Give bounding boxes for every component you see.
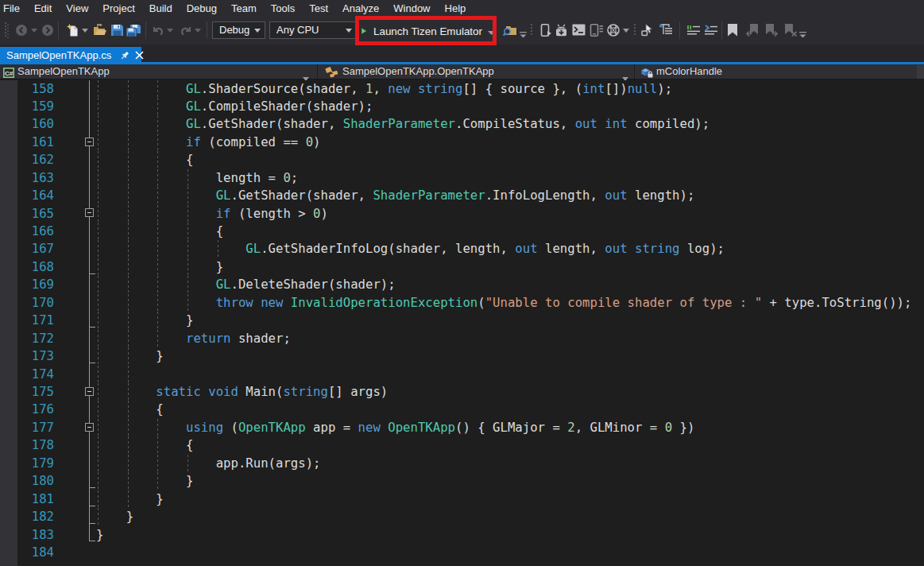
toolbar-grip[interactable]	[5, 22, 9, 38]
code-line-178[interactable]: {	[96, 436, 193, 454]
code-line-163[interactable]: length = 0;	[96, 169, 298, 187]
menu-item-debug[interactable]: Debug	[180, 0, 224, 17]
tizen-group-caret[interactable]	[623, 29, 629, 33]
chevron-down-icon	[346, 22, 352, 38]
new-file-icon[interactable]	[67, 24, 79, 37]
menu-item-view[interactable]: View	[59, 0, 95, 17]
tizen-package-manager-icon[interactable]	[555, 24, 567, 37]
code-line-167[interactable]: GL.GetShaderInfoLog(shader, length, out …	[96, 240, 725, 258]
fold-region-end-tick	[89, 541, 95, 541]
code-line-161[interactable]: if (compiled == 0)	[96, 134, 321, 151]
line-number: 176	[17, 401, 54, 418]
line-number: 181	[17, 490, 54, 508]
line-number: 178	[17, 436, 54, 454]
code-line-165[interactable]: if (length > 0)	[96, 205, 328, 223]
code-line-181[interactable]: }	[96, 490, 164, 508]
code-line-164[interactable]: GL.GetShader(shader, ShaderParameter.Inf…	[96, 187, 694, 204]
toolbar-overflow-caret[interactable]	[520, 32, 526, 36]
navbar-member-dropdown[interactable]: mColorHandle	[656, 64, 722, 79]
breakpoint-margin[interactable]	[0, 80, 17, 566]
bookmark-group-caret[interactable]	[799, 32, 806, 36]
next-bookmark-icon[interactable]	[765, 24, 778, 37]
redo-menu-caret[interactable]	[195, 29, 201, 33]
navigate-backward-menu-caret[interactable]	[31, 29, 37, 33]
tizen-emulator-manager-icon[interactable]	[607, 24, 620, 37]
code-line-166[interactable]: {	[96, 223, 223, 240]
code-line-159[interactable]: GL.CompileShader(shader);	[96, 98, 373, 115]
svg-text:C#: C#	[5, 69, 14, 76]
close-icon[interactable]	[135, 51, 144, 60]
code-line-169[interactable]: GL.DeleteShader(shader);	[96, 276, 396, 293]
menu-item-team[interactable]: Team	[224, 0, 264, 17]
code-line-173[interactable]: }	[96, 347, 164, 365]
uncomment-lines-icon[interactable]	[704, 24, 717, 37]
code-line-182[interactable]: }	[96, 508, 133, 525]
menu-item-tools[interactable]: Tools	[264, 0, 302, 17]
class-icon	[325, 66, 338, 81]
menu-item-help[interactable]: Help	[438, 0, 474, 17]
tizen-device-run-icon[interactable]	[539, 24, 552, 37]
code-editor[interactable]: 158 GL.ShaderSource(shader, 1, new strin…	[0, 80, 924, 566]
code-line-160[interactable]: GL.GetShader(shader, ShaderParameter.Com…	[96, 115, 709, 133]
menu-item-project[interactable]: Project	[95, 0, 141, 17]
code-line-177[interactable]: using (OpenTKApp app = new OpenTKApp() {…	[96, 419, 694, 436]
tab-sampelopentkapp[interactable]: SampelOpenTKApp.cs	[0, 47, 141, 65]
code-line-180[interactable]: }	[96, 472, 193, 490]
code-line-170[interactable]: throw new InvalidOperationException("Una…	[96, 294, 911, 312]
fold-collapse-box[interactable]	[85, 423, 94, 432]
line-number: 180	[17, 472, 54, 490]
tizen-sdb-terminal-icon[interactable]	[572, 24, 585, 37]
code-line-168[interactable]: }	[96, 258, 223, 276]
code-line-171[interactable]: }	[96, 312, 193, 329]
toggle-bookmark-icon[interactable]	[727, 24, 740, 37]
save-icon[interactable]	[111, 24, 124, 37]
open-file-icon[interactable]	[93, 24, 106, 37]
indent-guide	[128, 366, 129, 383]
menu-item-analyze[interactable]: Analyze	[335, 0, 386, 17]
code-line-172[interactable]: return shader;	[96, 330, 291, 347]
menu-item-file[interactable]: File	[0, 0, 27, 17]
undo-icon[interactable]	[152, 24, 164, 37]
new-file-menu-caret[interactable]	[82, 29, 88, 33]
navigate-backward-icon[interactable]	[15, 24, 28, 37]
navigate-forward-icon[interactable]	[41, 24, 54, 37]
code-line-158[interactable]: GL.ShaderSource(shader, 1, new string[] …	[96, 80, 672, 98]
find-in-files-icon[interactable]	[503, 24, 517, 37]
navbar-type-dropdown[interactable]: SampelOpenTKApp.OpenTKApp	[342, 64, 494, 79]
previous-bookmark-icon[interactable]	[746, 24, 759, 37]
save-all-icon[interactable]	[126, 24, 139, 37]
line-number: 161	[17, 134, 54, 151]
toolbar-separator	[721, 21, 722, 39]
menu-item-build[interactable]: Build	[142, 0, 180, 17]
line-number: 182	[17, 508, 54, 525]
tizen-device-manager-icon[interactable]	[590, 24, 602, 37]
annotation-highlight-rectangle	[355, 16, 497, 45]
fold-collapse-box[interactable]	[85, 138, 94, 146]
code-line-183[interactable]: }	[96, 526, 103, 544]
tab-title: SampelOpenTKApp.cs	[6, 49, 111, 61]
fold-collapse-box[interactable]	[85, 387, 94, 396]
indent-guide	[98, 366, 99, 383]
fold-collapse-box[interactable]	[85, 208, 94, 217]
pin-icon[interactable]	[120, 51, 130, 60]
solution-platform-combo[interactable]: Any CPU	[269, 21, 357, 39]
navigate-to-icon[interactable]	[641, 24, 654, 37]
clear-bookmarks-icon[interactable]	[784, 24, 797, 37]
code-line-162[interactable]: {	[96, 151, 193, 169]
line-number: 179	[17, 455, 54, 472]
navbar-project-dropdown[interactable]: SampelOpenTKApp	[17, 64, 110, 79]
redo-icon[interactable]	[180, 24, 192, 37]
code-line-176[interactable]: {	[96, 401, 164, 418]
line-number: 163	[17, 169, 54, 187]
menu-item-test[interactable]: Test	[302, 0, 335, 17]
code-line-175[interactable]: static void Main(string[] args)	[96, 383, 388, 401]
sync-with-active-document-icon[interactable]	[659, 24, 672, 37]
code-line-179[interactable]: app.Run(args);	[96, 455, 321, 472]
line-number: 183	[17, 526, 54, 544]
comment-lines-icon[interactable]	[686, 24, 699, 37]
menu-item-window[interactable]: Window	[386, 0, 437, 17]
line-number: 164	[17, 187, 54, 204]
undo-menu-caret[interactable]	[167, 29, 173, 33]
menu-item-edit[interactable]: Edit	[27, 0, 59, 17]
solution-configuration-combo[interactable]: Debug	[212, 21, 265, 39]
